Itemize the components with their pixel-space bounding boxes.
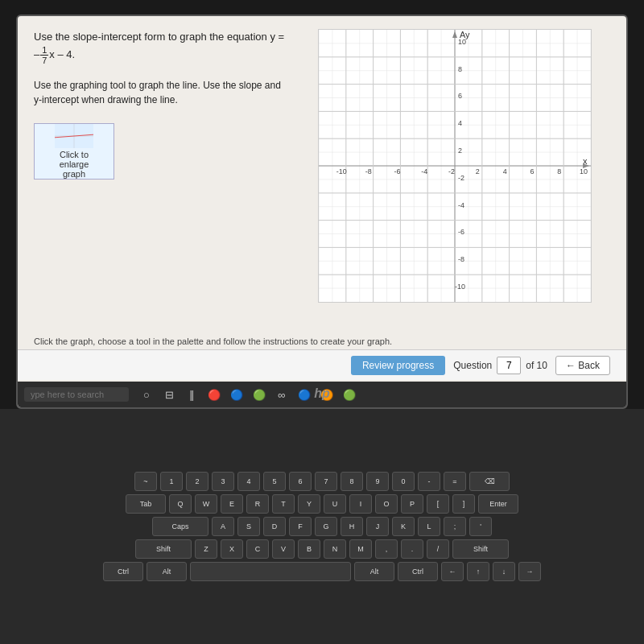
svg-text:10: 10: [580, 167, 588, 175]
key-s[interactable]: S: [237, 517, 260, 536]
key-a[interactable]: A: [212, 517, 234, 536]
key-quote[interactable]: ': [469, 517, 492, 536]
key-c[interactable]: C: [246, 539, 269, 559]
laptop-screen: Use the slope-intercept form to graph th…: [16, 14, 628, 409]
key-y[interactable]: Y: [298, 494, 320, 514]
key-4[interactable]: 4: [237, 472, 260, 491]
svg-text:8: 8: [458, 65, 462, 73]
key-9[interactable]: 9: [366, 472, 389, 491]
key-down[interactable]: ↓: [493, 562, 515, 581]
key-h[interactable]: H: [341, 517, 363, 536]
coordinate-graph[interactable]: Ay x 10 8 6 4 2 -2 -4 -6 -8 -10 -10 -8 -…: [318, 29, 592, 303]
key-space[interactable]: [190, 562, 351, 581]
taskbar-icon-3[interactable]: ‖: [184, 386, 200, 402]
key-equals[interactable]: =: [444, 472, 466, 491]
fraction-numerator: 1: [40, 45, 48, 56]
taskbar-icon-4[interactable]: 🔴: [206, 386, 222, 402]
key-k[interactable]: K: [392, 517, 415, 536]
of-label: of 10: [526, 360, 547, 371]
svg-text:6: 6: [458, 92, 462, 100]
key-p[interactable]: P: [401, 494, 423, 514]
key-6[interactable]: 6: [289, 472, 312, 491]
left-panel: Use the slope-intercept form to graph th…: [34, 29, 291, 325]
back-button[interactable]: ← Back: [555, 356, 610, 375]
key-caps[interactable]: Caps: [152, 517, 208, 536]
question-label: Question: [453, 360, 492, 371]
taskbar-icon-1[interactable]: ○: [138, 386, 155, 402]
svg-text:2: 2: [476, 167, 480, 175]
taskbar-search-input[interactable]: [24, 387, 129, 402]
keyboard-row-5: Ctrl Alt Alt Ctrl ← ↑ ↓ →: [103, 562, 541, 581]
keyboard-row-1: ~ 1 2 3 4 5 6 7 8 9 0 - = ⌫: [134, 472, 510, 491]
svg-text:-6: -6: [458, 228, 464, 236]
taskbar-icon-6[interactable]: 🟢: [251, 386, 267, 402]
hp-logo: hp: [314, 386, 330, 401]
key-u[interactable]: U: [324, 494, 346, 514]
key-8[interactable]: 8: [341, 472, 363, 491]
key-f[interactable]: F: [289, 517, 312, 536]
svg-text:-10: -10: [455, 283, 465, 291]
key-e[interactable]: E: [221, 494, 243, 514]
key-tilde[interactable]: ~: [134, 472, 157, 491]
review-progress-button[interactable]: Review progress: [351, 356, 445, 375]
key-z[interactable]: Z: [195, 539, 217, 559]
key-period[interactable]: .: [401, 539, 423, 559]
key-2[interactable]: 2: [186, 472, 208, 491]
key-backspace[interactable]: ⌫: [469, 472, 510, 491]
key-g[interactable]: G: [315, 517, 337, 536]
right-panel: Ay x 10 8 6 4 2 -2 -4 -6 -8 -10 -10 -8 -…: [299, 29, 610, 325]
svg-text:-10: -10: [336, 167, 347, 175]
key-shift-r[interactable]: Shift: [452, 539, 509, 559]
key-n[interactable]: N: [324, 539, 346, 559]
key-right[interactable]: →: [518, 562, 541, 581]
thumbnail-svg: [42, 124, 106, 148]
key-up[interactable]: ↑: [467, 562, 489, 581]
svg-text:-4: -4: [421, 167, 427, 175]
key-0[interactable]: 0: [392, 472, 415, 491]
key-5[interactable]: 5: [263, 472, 286, 491]
key-b[interactable]: B: [298, 539, 320, 559]
key-ctrl-r[interactable]: Ctrl: [398, 562, 438, 581]
taskbar-icon-2[interactable]: ⊟: [161, 386, 177, 402]
key-l[interactable]: L: [418, 517, 440, 536]
equation-text: Use the slope-intercept form to graph th…: [34, 29, 291, 65]
key-alt-r[interactable]: Alt: [354, 562, 394, 581]
key-m[interactable]: M: [349, 539, 372, 559]
key-tab[interactable]: Tab: [126, 494, 166, 514]
enlarge-graph-button[interactable]: Click to enlarge graph: [34, 123, 114, 180]
equation-suffix: x – 4.: [49, 48, 75, 60]
key-comma[interactable]: ,: [375, 539, 398, 559]
key-enter[interactable]: Enter: [478, 494, 518, 514]
key-i[interactable]: I: [349, 494, 372, 514]
taskbar-icon-5[interactable]: 🔵: [229, 386, 245, 402]
key-3[interactable]: 3: [212, 472, 234, 491]
question-number-input[interactable]: [497, 357, 521, 374]
key-j[interactable]: J: [366, 517, 389, 536]
key-left[interactable]: ←: [441, 562, 464, 581]
key-bracket-r[interactable]: ]: [452, 494, 475, 514]
key-r[interactable]: R: [246, 494, 269, 514]
key-shift-l[interactable]: Shift: [135, 539, 192, 559]
key-ctrl-l[interactable]: Ctrl: [103, 562, 143, 581]
taskbar-icon-10[interactable]: 🟢: [341, 386, 357, 402]
svg-text:10: 10: [458, 38, 466, 46]
key-o[interactable]: O: [375, 494, 398, 514]
key-v[interactable]: V: [272, 539, 295, 559]
taskbar-icon-7[interactable]: ∞: [274, 386, 290, 402]
key-slash[interactable]: /: [427, 539, 449, 559]
svg-text:6: 6: [530, 167, 534, 175]
key-semi[interactable]: ;: [444, 517, 466, 536]
key-d[interactable]: D: [263, 517, 286, 536]
key-1[interactable]: 1: [160, 472, 183, 491]
fraction-denominator: 7: [40, 56, 48, 65]
svg-text:2: 2: [458, 147, 462, 155]
key-7[interactable]: 7: [315, 472, 337, 491]
key-q[interactable]: Q: [169, 494, 192, 514]
key-minus[interactable]: -: [418, 472, 440, 491]
key-t[interactable]: T: [272, 494, 295, 514]
key-bracket-l[interactable]: [: [427, 494, 449, 514]
key-w[interactable]: W: [195, 494, 217, 514]
key-alt-l[interactable]: Alt: [147, 562, 187, 581]
taskbar-icon-8[interactable]: 🔵: [296, 386, 312, 402]
key-x[interactable]: X: [221, 539, 243, 559]
